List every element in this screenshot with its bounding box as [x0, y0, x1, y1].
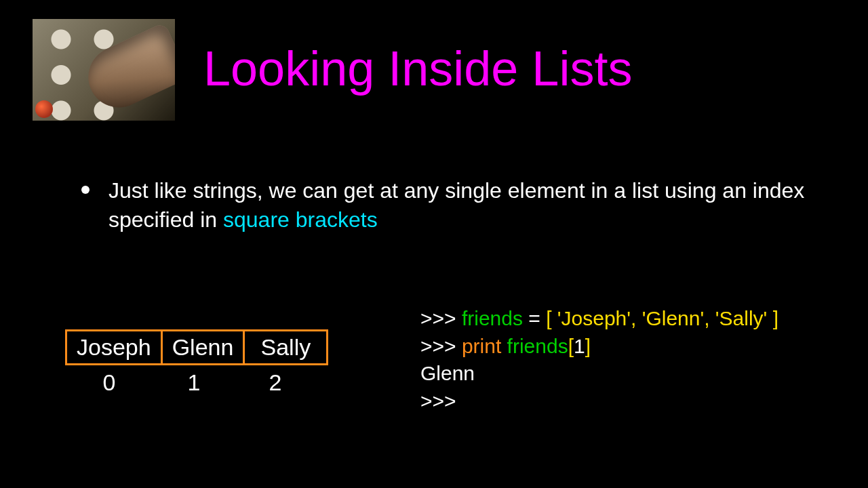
- array-index: 2: [235, 369, 316, 396]
- code-bracket: [: [568, 335, 574, 357]
- code-block: >>> friends = [ 'Joseph', 'Glenn', 'Sall…: [420, 305, 778, 415]
- code-bracket: ]: [585, 335, 591, 357]
- code-keyword-print: print: [462, 335, 501, 357]
- code-list-literal: [ 'Joseph', 'Glenn', 'Sally' ]: [546, 307, 778, 329]
- slide: Looking Inside Lists Just like strings, …: [0, 0, 868, 488]
- code-prompt: >>>: [420, 390, 456, 412]
- code-equals: =: [523, 307, 546, 329]
- code-line: >>>: [420, 388, 778, 415]
- slide-title: Looking Inside Lists: [203, 41, 632, 96]
- array-cells: Joseph Glenn Sally: [65, 329, 328, 365]
- code-line: >>> friends = [ 'Joseph', 'Glenn', 'Sall…: [420, 305, 778, 333]
- code-variable: friends: [507, 335, 568, 357]
- bullet-item: Just like strings, we can get at any sin…: [81, 176, 827, 235]
- array-cell: Sally: [245, 331, 326, 363]
- code-prompt: >>>: [420, 335, 462, 357]
- array-index: 1: [153, 369, 235, 396]
- code-line: >>> print friends[1]: [420, 333, 778, 361]
- bullet-text: Just like strings, we can get at any sin…: [108, 176, 827, 235]
- bullet-text-part1: Just like strings, we can get at any sin…: [108, 178, 804, 232]
- array-indices: 0 1 2: [65, 369, 328, 396]
- code-line: Glenn: [420, 360, 778, 388]
- thumbnail-image: [33, 19, 175, 121]
- array-cell: Glenn: [163, 331, 245, 363]
- array-diagram: Joseph Glenn Sally 0 1 2: [65, 329, 328, 396]
- code-space: [501, 335, 507, 357]
- code-prompt: >>>: [420, 307, 462, 329]
- array-index: 0: [65, 369, 153, 396]
- code-index: 1: [574, 335, 585, 357]
- bullet-dot-icon: [81, 186, 90, 194]
- code-variable: friends: [462, 307, 523, 329]
- bullet-text-highlight: square brackets: [223, 207, 378, 232]
- code-output: Glenn: [420, 362, 475, 384]
- array-cell: Joseph: [67, 331, 163, 363]
